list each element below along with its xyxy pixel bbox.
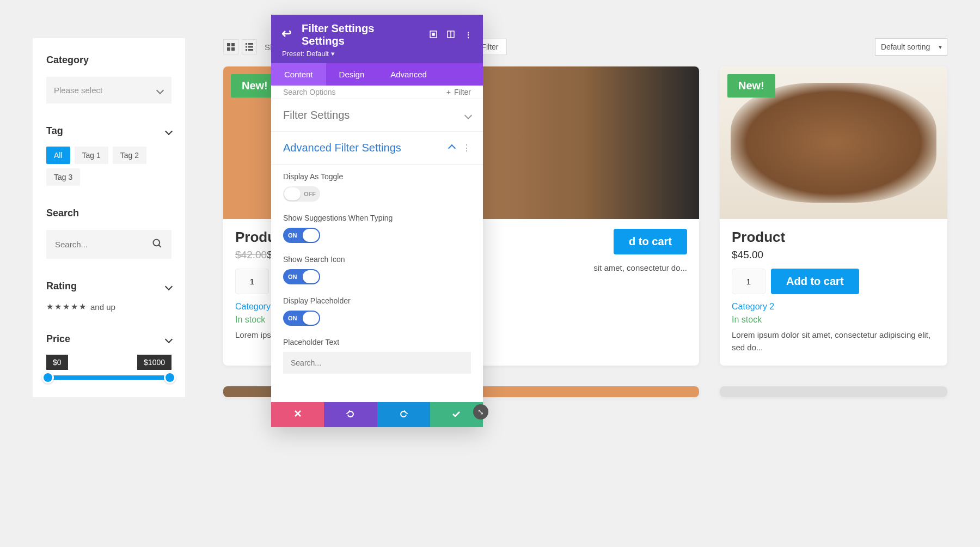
price-slider[interactable]: [46, 375, 171, 380]
add-to-cart-button[interactable]: Add to cart: [771, 269, 859, 294]
rating-filter[interactable]: ★ ★ ★ ★ ★ and up: [46, 302, 171, 312]
star-icon: ★: [79, 302, 86, 312]
redo-button[interactable]: [377, 402, 430, 427]
expand-icon[interactable]: [430, 31, 437, 40]
undo-button[interactable]: [324, 402, 377, 427]
tab-content[interactable]: Content: [271, 63, 326, 86]
sort-select[interactable]: Default sorting: [875, 38, 947, 56]
toggle-show-suggestions[interactable]: ON: [283, 228, 320, 243]
modal-header: Filter Settings Settings ⋮ Preset: Defau…: [271, 15, 483, 63]
search-options-label: Search Options: [283, 86, 336, 99]
price-heading-row[interactable]: Price: [46, 333, 171, 345]
product-desc: Lorem ipsum dolor sit amet, consectetur …: [732, 329, 935, 354]
price-heading: Price: [46, 333, 70, 345]
shop-sidebar: Category Please select Tag All Tag 1 Tag…: [33, 38, 185, 397]
star-row: ★ ★ ★ ★ ★: [46, 302, 86, 312]
qty-input[interactable]: [235, 269, 269, 294]
tag-heading: Tag: [46, 125, 63, 137]
tag-all[interactable]: All: [46, 147, 70, 164]
rating-heading: Rating: [46, 281, 77, 292]
qty-input[interactable]: [732, 269, 765, 294]
tab-advanced[interactable]: Advanced: [377, 63, 440, 86]
tag-3[interactable]: Tag 3: [46, 168, 80, 186]
slider-handle-min[interactable]: [42, 372, 54, 384]
old-price: $42.00: [235, 249, 267, 260]
product-card: [720, 386, 947, 397]
section-filter-settings[interactable]: Filter Settings: [271, 99, 483, 132]
svg-line-1: [159, 245, 161, 247]
product-title: Product: [732, 229, 935, 246]
rating-heading-row[interactable]: Rating: [46, 281, 171, 292]
caret-down-icon: ▾: [331, 50, 335, 58]
product-image[interactable]: [471, 386, 699, 397]
svg-rect-6: [246, 43, 247, 45]
more-icon[interactable]: ⋮: [462, 143, 471, 153]
chevron-down-icon: [166, 282, 171, 291]
advanced-filter-body: Display As Toggle OFF Show Suggestions W…: [271, 165, 483, 402]
field-label: Display Placeholder: [283, 296, 471, 305]
star-icon: ★: [54, 302, 62, 312]
field-label: Display As Toggle: [283, 172, 471, 181]
search-heading: Search: [46, 208, 171, 219]
price-min: $0: [46, 355, 68, 370]
placeholder-text-input[interactable]: [283, 352, 471, 374]
back-icon[interactable]: [282, 30, 292, 40]
category-link[interactable]: Category 2: [732, 302, 935, 312]
resize-handle[interactable]: ⤡: [473, 404, 488, 420]
modal-footer: [271, 402, 483, 427]
product-image[interactable]: New!: [720, 66, 947, 219]
tag-heading-row[interactable]: Tag: [46, 125, 171, 137]
modal-subheader: Search Options +Filter: [271, 86, 483, 99]
toggle-display-placeholder[interactable]: ON: [283, 311, 320, 326]
product-card: [471, 386, 699, 397]
svg-rect-13: [432, 33, 434, 35]
star-icon: ★: [63, 302, 70, 312]
tab-design[interactable]: Design: [326, 63, 378, 86]
star-icon: ★: [71, 302, 78, 312]
star-icon: ★: [46, 302, 53, 312]
grid-view-button[interactable]: [223, 39, 238, 54]
section-advanced-filter[interactable]: Advanced Filter Settings ⋮: [271, 132, 483, 165]
svg-rect-7: [248, 43, 253, 45]
svg-rect-11: [248, 49, 253, 51]
search-icon[interactable]: [152, 238, 163, 251]
tag-1[interactable]: Tag 1: [75, 147, 108, 164]
view-toggle: [223, 39, 257, 54]
add-to-cart-button[interactable]: d to cart: [614, 229, 687, 254]
add-filter-button[interactable]: +Filter: [446, 86, 471, 99]
tag-2[interactable]: Tag 2: [113, 147, 146, 164]
toggle-show-search-icon[interactable]: ON: [283, 269, 320, 284]
snap-icon[interactable]: [447, 31, 455, 40]
chevron-down-icon: [166, 335, 171, 344]
tag-list: All Tag 1 Tag 2 Tag 3: [46, 147, 171, 186]
sidebar-search: [46, 230, 171, 259]
slider-handle-max[interactable]: [164, 372, 176, 384]
chevron-down-icon: [166, 126, 171, 136]
toggle-display-as-toggle[interactable]: OFF: [283, 186, 320, 202]
stock-status: In stock: [732, 315, 935, 325]
product-image[interactable]: [471, 66, 699, 219]
field-label: Show Suggestions When Typing: [283, 214, 471, 222]
field-label: Placeholder Text: [283, 338, 471, 347]
product-desc: sit amet, consectetur do...: [483, 262, 687, 275]
plus-icon: +: [446, 88, 451, 96]
cancel-button[interactable]: [271, 402, 324, 427]
svg-rect-8: [246, 46, 247, 48]
price-max: $1000: [137, 355, 171, 370]
chevron-up-icon: [449, 143, 455, 153]
new-price: $45.00: [732, 249, 763, 260]
category-select[interactable]: Please select: [46, 77, 171, 104]
settings-modal: Filter Settings Settings ⋮ Preset: Defau…: [271, 15, 483, 427]
svg-rect-9: [248, 46, 253, 48]
svg-rect-5: [231, 47, 235, 51]
new-badge: New!: [727, 74, 775, 98]
product-card: d to cart sit amet, consectetur do...: [471, 66, 699, 366]
field-label: Show Search Icon: [283, 255, 471, 264]
more-icon[interactable]: ⋮: [464, 31, 472, 40]
preset-label[interactable]: Preset: Default ▾: [282, 50, 472, 58]
list-view-button[interactable]: [242, 39, 257, 54]
modal-tabs: Content Design Advanced: [271, 63, 483, 86]
rating-suffix: and up: [90, 302, 115, 312]
category-heading: Category: [46, 54, 171, 66]
product-image[interactable]: [720, 386, 947, 397]
